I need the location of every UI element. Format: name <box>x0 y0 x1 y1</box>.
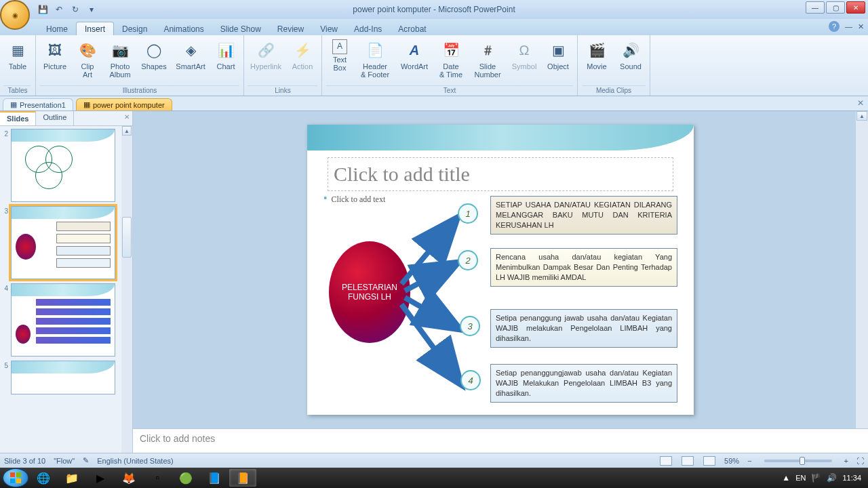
office-button[interactable]: ◉ <box>0 0 30 30</box>
slide-canvas[interactable]: Click to add title Click to add text PEL… <box>307 125 694 415</box>
action-button[interactable]: ⚡Action <box>288 38 317 70</box>
taskbar-media[interactable]: ▶ <box>87 469 114 487</box>
sound-button[interactable]: 🔊Sound <box>616 38 646 70</box>
editor-scrollbar-vertical[interactable]: ▲ <box>856 111 868 428</box>
datetime-icon: 📅 <box>440 39 462 61</box>
tab-slideshow[interactable]: Slide Show <box>212 22 269 35</box>
scroll-up-icon[interactable]: ▲ <box>856 111 867 121</box>
clipart-icon: 🎨 <box>77 39 98 61</box>
smartart-number-4[interactable]: 4 <box>460 370 481 390</box>
save-icon[interactable]: 💾 <box>37 3 49 16</box>
outline-tab[interactable]: Outline <box>36 111 74 125</box>
shapes-button[interactable]: ◯Shapes <box>139 38 169 70</box>
text-box-1[interactable]: SETIAP USAHA DAN/ATAU KEGIATAN DILARANG … <box>490 196 677 235</box>
zoom-in-button[interactable]: + <box>844 457 848 465</box>
tab-addins[interactable]: Add-Ins <box>346 22 390 35</box>
spellcheck-icon[interactable]: ✎ <box>83 456 89 465</box>
doc-close-icon[interactable]: ✕ <box>858 22 864 31</box>
slide-thumbnail-3[interactable] <box>11 206 115 279</box>
slide-thumbnail-5[interactable] <box>11 361 115 394</box>
table-button[interactable]: ▦Table <box>4 38 31 70</box>
document-tabs: ▦Presentation1 ▦power point komputer ✕ <box>0 96 868 111</box>
panel-scrollbar[interactable]: ▲ <box>121 126 132 453</box>
text-box-3[interactable]: Setipa penanggung jawab usaha dan/atau K… <box>490 309 677 348</box>
fit-window-button[interactable]: ⛶ <box>856 457 864 465</box>
normal-view-button[interactable] <box>660 456 672 466</box>
tab-home[interactable]: Home <box>38 22 76 35</box>
tray-expand-icon[interactable]: ▲ <box>782 473 790 483</box>
zoom-slider[interactable] <box>764 460 832 462</box>
doctab-presentation1[interactable]: ▦Presentation1 <box>3 98 73 110</box>
taskbar-ie[interactable]: 🌐 <box>30 469 57 487</box>
hyperlink-button[interactable]: 🔗Hyperlink <box>248 38 283 70</box>
movie-button[interactable]: 🎬Movie <box>582 38 612 70</box>
scroll-thumb[interactable] <box>122 217 132 258</box>
taskbar-explorer[interactable]: 📁 <box>58 469 85 487</box>
ribbon-minimize-icon[interactable]: — <box>845 22 852 30</box>
datetime-button[interactable]: 📅Date & Time <box>436 38 466 79</box>
picture-button[interactable]: 🖼Picture <box>40 38 70 70</box>
tray-flag-icon[interactable]: 🏴 <box>811 473 821 483</box>
smartart-number-2[interactable]: 2 <box>458 250 478 270</box>
slide-editor: Click to add title Click to add text PEL… <box>133 111 868 453</box>
taskbar-app2[interactable]: 🟢 <box>172 469 199 487</box>
help-icon[interactable]: ? <box>829 21 840 32</box>
slides-panel: Slides Outline ✕ ▲ 2 3 <box>0 111 133 453</box>
tab-review[interactable]: Review <box>269 22 312 35</box>
svg-rect-7 <box>10 479 15 483</box>
slideshow-view-button[interactable] <box>703 456 715 466</box>
tab-acrobat[interactable]: Acrobat <box>390 22 434 35</box>
wordart-button[interactable]: AWordArt <box>397 38 432 70</box>
shapes-icon: ◯ <box>143 39 165 61</box>
symbol-button[interactable]: ΩSymbol <box>509 38 539 70</box>
slidenumber-button[interactable]: #️Slide Number <box>470 38 505 79</box>
photoalbum-button[interactable]: 📷Photo Album <box>105 38 135 79</box>
zoom-out-button[interactable]: − <box>747 457 751 465</box>
text-box-2[interactable]: Rencana usaha dan/atau kegiatan Yang Men… <box>490 248 677 287</box>
undo-icon[interactable]: ↶ <box>53 3 65 16</box>
maximize-button[interactable]: ▢ <box>826 1 845 14</box>
clipart-button[interactable]: 🎨Clip Art <box>74 38 101 79</box>
smartart-button[interactable]: ◈SmartArt <box>173 38 208 70</box>
smartart-number-1[interactable]: 1 <box>458 203 478 224</box>
group-text-label: Text <box>326 85 573 96</box>
tab-view[interactable]: View <box>312 22 346 35</box>
tray-clock[interactable]: 11:34 <box>842 474 861 482</box>
taskbar-firefox[interactable]: 🦊 <box>115 469 142 487</box>
slide-thumbnail-2[interactable] <box>11 129 115 202</box>
qat-dropdown-icon[interactable]: ▾ <box>85 3 98 16</box>
chart-button[interactable]: 📊Chart <box>212 38 239 70</box>
language-indicator[interactable]: English (United States) <box>97 457 174 465</box>
tab-design[interactable]: Design <box>114 22 155 35</box>
slide-thumbnail-4[interactable] <box>11 283 115 357</box>
taskbar-app1[interactable]: ▫ <box>144 469 171 487</box>
sorter-view-button[interactable] <box>682 456 694 466</box>
slides-tab[interactable]: Slides <box>0 111 36 125</box>
start-button[interactable] <box>3 468 28 487</box>
doctab-powerpoint-komputer[interactable]: ▦power point komputer <box>76 98 172 110</box>
panel-close-icon[interactable]: ✕ <box>124 113 130 121</box>
picture-icon: 🖼 <box>44 39 66 61</box>
tab-animations[interactable]: Animations <box>155 22 212 35</box>
notes-pane[interactable]: Click to add notes <box>133 428 868 453</box>
content-placeholder-text: Click to add text <box>323 192 385 205</box>
presentation-icon: ▦ <box>10 100 17 109</box>
scroll-up-icon[interactable]: ▲ <box>122 126 132 136</box>
tab-insert[interactable]: Insert <box>76 22 114 35</box>
tray-volume-icon[interactable]: 🔊 <box>827 473 837 483</box>
object-button[interactable]: ▣Object <box>543 38 573 70</box>
text-box-4[interactable]: Setiap penanggungjawab usaha dan/atau Ke… <box>490 364 677 403</box>
headerfooter-button[interactable]: 📄Header & Footer <box>357 38 393 79</box>
taskbar-word[interactable]: 📘 <box>201 469 228 487</box>
tray-language[interactable]: EN <box>795 474 806 482</box>
title-placeholder[interactable]: Click to add title <box>328 157 673 191</box>
minimize-button[interactable]: — <box>806 1 825 14</box>
close-button[interactable]: ✕ <box>846 1 865 14</box>
taskbar-powerpoint[interactable]: 📙 <box>229 469 256 487</box>
redo-icon[interactable]: ↻ <box>69 3 81 16</box>
textbox-button[interactable]: AText Box <box>326 38 353 72</box>
smartart-number-3[interactable]: 3 <box>460 316 480 336</box>
content-placeholder[interactable]: Click to add text PELESTARIAN FUNGSI LH … <box>323 192 677 407</box>
smartart-center-circle[interactable]: PELESTARIAN FUNGSI LH <box>329 241 410 343</box>
doctabs-close-icon[interactable]: ✕ <box>857 98 864 108</box>
